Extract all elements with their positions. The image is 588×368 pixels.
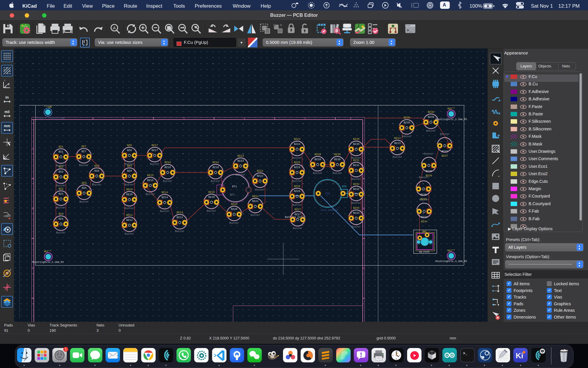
svg-text:MountingHole_3.2mm_M3: MountingHole_3.2mm_M3 [32,261,64,264]
svg-text:BZ39: BZ39 [404,121,410,124]
svg-text:BZ38: BZ38 [428,116,434,119]
svg-text:REF**: REF** [447,249,455,252]
svg-text:Buzzer: Buzzer [79,164,89,167]
svg-text:Buzzer: Buzzer [352,226,361,228]
svg-text:BZ10: BZ10 [126,193,133,196]
svg-text:B: B [32,207,33,210]
svg-text:+: + [159,169,161,171]
svg-text:BT1: BT1 [230,193,235,196]
svg-text:+: + [121,152,123,154]
svg-text:BZ13: BZ13 [394,142,401,145]
svg-text:3: 3 [183,117,184,120]
svg-text:Buzzer: Buzzer [419,198,429,201]
svg-text:BZ29: BZ29 [334,158,341,161]
svg-text:θ: θ [8,83,9,86]
svg-text:+: + [232,162,234,165]
svg-text:6: 6 [350,117,351,120]
svg-text:BZ23: BZ23 [237,155,244,158]
svg-text:4: 4 [244,117,245,120]
svg-text:+: + [389,145,391,147]
svg-text:BZ15: BZ15 [147,179,154,182]
svg-text:+: + [53,173,54,176]
svg-text:+: + [399,124,400,127]
svg-text:BZ20: BZ20 [231,203,237,206]
svg-text:BZ2: BZ2 [59,165,63,168]
svg-text:BZ22: BZ22 [257,170,263,173]
svg-text:BZ8: BZ8 [127,149,132,152]
svg-text:Buzzer: Buzzer [92,183,101,186]
svg-text:BZ27: BZ27 [294,208,301,211]
svg-text:Buzzer: Buzzer [251,214,260,217]
svg-text:Buzzer: Buzzer [333,172,342,175]
svg-text:Buzzer: Buzzer [56,231,66,234]
svg-text:BZ12: BZ12 [126,219,133,222]
svg-text:+: + [348,214,349,217]
svg-text:Buzzer: Buzzer [352,202,361,205]
svg-text:BZ23: BZ23 [237,160,244,163]
svg-text:BZ31: BZ31 [353,164,359,167]
svg-text:+: + [348,190,349,193]
svg-text:Buzzer: Buzzer [424,152,434,155]
svg-text:+: + [423,118,424,121]
svg-text:BZ2: BZ2 [59,170,63,173]
svg-text:BZ4: BZ4 [59,218,63,221]
svg-text:Buzzer: Buzzer [125,207,134,210]
svg-text:+: + [146,152,148,154]
svg-text:BZ33: BZ33 [353,212,359,215]
svg-text:BZ21: BZ21 [252,195,259,198]
svg-text:+: + [121,196,123,198]
svg-text:mil: mil [4,110,9,114]
svg-text:Buzzer: Buzzer [56,184,66,187]
svg-text:BZ10: BZ10 [126,188,133,191]
svg-text:+: + [421,162,422,164]
svg-text:+: + [53,195,54,198]
svg-text:+: + [289,169,290,171]
svg-text:REF**: REF** [447,107,455,110]
svg-text:+: + [415,185,417,188]
svg-text:BZ5: BZ5 [82,182,86,185]
svg-text:A: A [32,148,34,151]
svg-text:BZ19: BZ19 [208,196,215,199]
svg-text:9: 9 [392,354,393,356]
svg-text:BZ31: BZ31 [353,159,359,162]
svg-text:BZ16: BZ16 [164,161,171,164]
svg-text:BZ14: BZ14 [161,191,168,194]
svg-text:BZ13: BZ13 [176,211,183,214]
svg-text:BZ7: BZ7 [81,150,86,153]
svg-text:+: + [53,220,54,223]
svg-text:BZ6: BZ6 [94,170,99,173]
svg-text:BZ3: BZ3 [59,193,63,195]
svg-text:SW_Push: SW_Push [419,251,429,253]
svg-text:5: 5 [304,117,306,120]
svg-text:3: 3 [399,354,400,356]
svg-text:BZ32: BZ32 [353,188,359,191]
svg-text:Buzzer: Buzzer [292,204,302,207]
svg-text:Buzzer: Buzzer [440,133,449,136]
svg-text:BZ35: BZ35 [420,193,427,196]
svg-text:Ki: Ki [516,351,523,360]
svg-text:r: r [4,79,5,82]
svg-text:BZ8: BZ8 [127,144,132,147]
svg-text:+: + [348,167,349,169]
svg-text:BZ24: BZ24 [294,143,300,146]
svg-text:C: C [32,267,33,270]
svg-text:BZ4: BZ4 [59,213,63,216]
svg-text:+: + [252,177,253,180]
svg-text:BZ30: BZ30 [353,143,359,146]
svg-text:Buzzer: Buzzer [393,156,402,159]
svg-text:+: + [416,208,417,210]
svg-text:6: 6 [396,358,397,360]
svg-text:Battery_Cell: Battery_Cell [285,216,304,219]
svg-text:>_: >_ [463,351,468,356]
svg-text:+: + [76,153,77,155]
svg-text:BZ32: BZ32 [353,183,359,186]
svg-text:BZ36: BZ36 [426,170,432,173]
svg-text:+: + [289,193,290,195]
svg-text:BZ37: BZ37 [442,155,448,158]
svg-text:MountingHole_3,2mm_M3: MountingHole_3,2mm_M3 [435,260,467,263]
svg-text:Buzzer: Buzzer [125,183,134,186]
svg-text:BZ30: BZ30 [353,138,359,141]
svg-text:REF**: REF** [44,106,52,109]
svg-text:BZ28: BZ28 [314,158,321,161]
svg-text:BZ13: BZ13 [176,216,183,219]
